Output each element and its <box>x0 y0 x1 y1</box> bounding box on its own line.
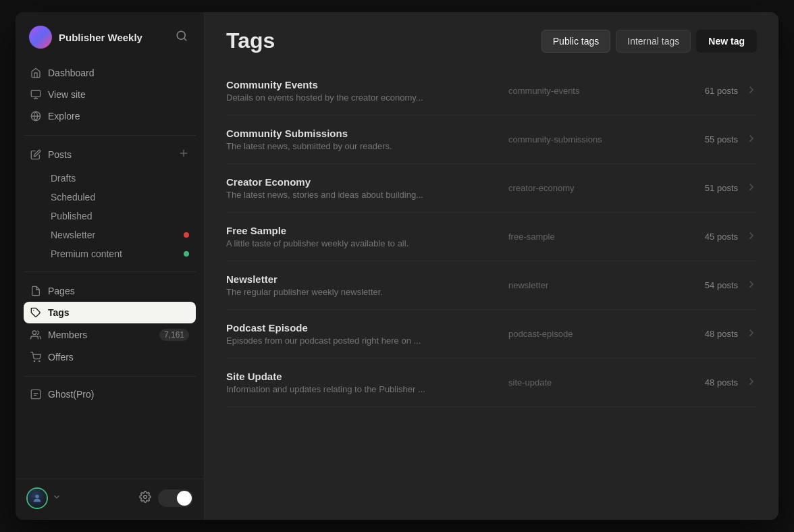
toggle-thumb <box>177 491 192 506</box>
tag-post-count: 45 posts <box>670 232 738 242</box>
user-avatar <box>26 487 48 509</box>
dark-mode-toggle[interactable] <box>158 489 193 507</box>
tag-post-count: 48 posts <box>670 329 738 339</box>
tag-info: Community Submissions The latest news, s… <box>226 128 508 151</box>
tags-list: Community Events Details on events hoste… <box>205 67 778 520</box>
brand-avatar <box>29 26 52 49</box>
sub-nav-label: Premium content <box>51 248 122 259</box>
tag-description: The latest news, submitted by our reader… <box>226 141 483 151</box>
tag-info: Site Update Information and updates rela… <box>226 371 508 394</box>
tag-slug: newsletter <box>508 280 670 290</box>
sidebar-item-newsletter[interactable]: Newsletter <box>44 225 196 244</box>
tag-description: Details on events hosted by the creator … <box>226 92 483 103</box>
nav-divider-3 <box>24 376 196 377</box>
tag-post-count: 54 posts <box>670 280 738 290</box>
tag-row[interactable]: Podcast Episode Episodes from our podcas… <box>226 310 757 358</box>
tag-row[interactable]: Newsletter The regular publisher weekly … <box>226 261 757 310</box>
svg-rect-13 <box>31 390 40 398</box>
main-nav: Dashboard View site Explore <box>16 59 204 130</box>
new-tag-button[interactable]: New tag <box>696 30 757 53</box>
sidebar-item-drafts[interactable]: Drafts <box>44 169 196 188</box>
tag-info: Creator Economy The latest news, stories… <box>226 176 508 200</box>
sidebar-item-posts[interactable]: Posts <box>24 142 196 166</box>
sidebar-item-label: Members <box>48 329 87 340</box>
tag-name: Community Events <box>226 79 508 90</box>
tag-name: Creator Economy <box>226 176 508 188</box>
tag-slug: community-events <box>508 86 670 96</box>
footer-actions <box>139 489 193 507</box>
svg-line-1 <box>184 38 186 40</box>
sidebar-item-ghost-pro[interactable]: Ghost(Pro) <box>24 383 196 405</box>
tag-chevron-icon <box>746 327 757 341</box>
svg-rect-2 <box>31 90 40 97</box>
sidebar-item-view-site[interactable]: View site <box>24 84 196 105</box>
add-post-icon[interactable] <box>178 148 189 161</box>
svg-point-10 <box>32 331 36 334</box>
nav-divider-2 <box>24 271 196 272</box>
sidebar-item-dashboard[interactable]: Dashboard <box>24 62 196 84</box>
user-profile-area[interactable] <box>26 487 61 509</box>
sidebar-footer <box>16 479 204 520</box>
posts-label: Posts <box>48 149 72 160</box>
tag-description: The regular publisher weekly newsletter. <box>226 287 483 297</box>
tag-post-count: 48 posts <box>670 377 738 388</box>
sidebar-item-pages[interactable]: Pages <box>24 280 196 302</box>
sub-nav-label: Published <box>51 211 92 221</box>
sidebar-brand: Publisher Weekly <box>29 26 142 49</box>
secondary-nav: Pages Tags Members 7,161 <box>16 277 204 371</box>
svg-point-15 <box>144 496 147 499</box>
brand-name: Publisher Weekly <box>59 32 142 43</box>
tag-row[interactable]: Creator Economy The latest news, stories… <box>226 164 757 213</box>
sidebar-item-explore[interactable]: Explore <box>24 105 196 127</box>
sidebar: Publisher Weekly Dashboard <box>16 12 205 520</box>
premium-dot <box>184 251 189 257</box>
sub-nav-label: Scheduled <box>51 192 95 203</box>
sidebar-item-tags[interactable]: Tags <box>24 302 196 323</box>
tag-slug: site-update <box>508 377 670 388</box>
tag-description: A little taste of publisher weekly avail… <box>226 238 483 248</box>
sub-nav-label: Newsletter <box>51 230 95 240</box>
internal-tags-button[interactable]: Internal tags <box>616 30 691 53</box>
ghost-pro-label: Ghost(Pro) <box>48 389 94 400</box>
app-window: Publisher Weekly Dashboard <box>16 12 778 520</box>
tag-slug: free-sample <box>508 232 670 242</box>
tag-name: Podcast Episode <box>226 322 508 334</box>
tag-chevron-icon <box>746 279 757 292</box>
public-tags-button[interactable]: Public tags <box>541 30 610 53</box>
tag-row[interactable]: Community Submissions The latest news, s… <box>226 115 757 164</box>
tag-info: Community Events Details on events hoste… <box>226 79 508 103</box>
main-content: Tags Public tags Internal tags New tag C… <box>205 12 778 520</box>
sidebar-item-premium-content[interactable]: Premium content <box>44 244 196 263</box>
sidebar-item-offers[interactable]: Offers <box>24 346 196 368</box>
tag-description: The latest news, stories and ideas about… <box>226 190 483 200</box>
sidebar-item-scheduled[interactable]: Scheduled <box>44 188 196 207</box>
sidebar-item-label: Pages <box>48 286 75 296</box>
sidebar-item-members[interactable]: Members 7,161 <box>24 323 196 346</box>
members-badge: 7,161 <box>159 329 189 341</box>
tag-row[interactable]: Free Sample A little taste of publisher … <box>226 213 757 261</box>
tag-post-count: 55 posts <box>670 134 738 144</box>
svg-point-11 <box>34 361 34 361</box>
tag-info: Podcast Episode Episodes from our podcas… <box>226 322 508 346</box>
sidebar-item-label: Dashboard <box>48 68 95 78</box>
svg-point-14 <box>35 495 38 498</box>
tag-name: Newsletter <box>226 273 508 285</box>
tag-info: Free Sample A little taste of publisher … <box>226 225 508 248</box>
tag-slug: podcast-episode <box>508 329 670 339</box>
sidebar-item-published[interactable]: Published <box>44 207 196 225</box>
page-title: Tags <box>226 28 275 53</box>
search-button[interactable] <box>173 27 190 47</box>
page-header: Tags Public tags Internal tags New tag <box>205 12 778 67</box>
nav-divider <box>24 135 196 136</box>
tag-row[interactable]: Community Events Details on events hoste… <box>226 67 757 115</box>
tag-chevron-icon <box>746 133 757 147</box>
tag-row[interactable]: Site Update Information and updates rela… <box>226 358 757 407</box>
tag-name: Community Submissions <box>226 128 508 139</box>
settings-icon[interactable] <box>139 491 151 506</box>
tag-post-count: 51 posts <box>670 183 738 193</box>
tag-chevron-icon <box>746 376 757 390</box>
sidebar-item-label: Offers <box>48 352 74 363</box>
tag-description: Episodes from our podcast posted right h… <box>226 336 483 346</box>
tag-chevron-icon <box>746 230 757 244</box>
chevron-down-icon <box>52 492 61 504</box>
